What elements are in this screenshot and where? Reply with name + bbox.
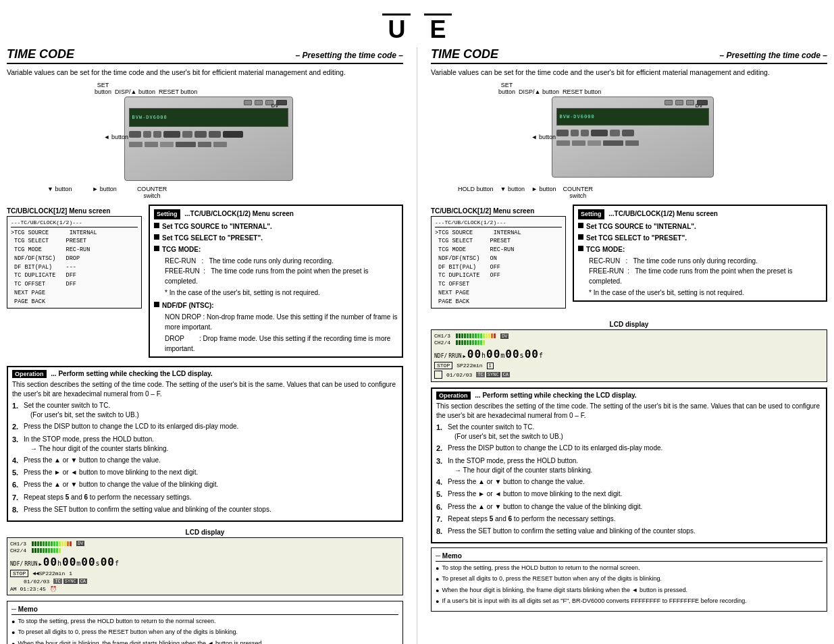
- bullet-1-r: [578, 223, 583, 228]
- btn1-l: [244, 100, 252, 105]
- right-ch13-bars: [456, 333, 496, 338]
- left-step-7: 7. Repeat steps 5 and 6 to perform the n…: [12, 493, 398, 503]
- right-setting-label: Setting: [578, 209, 604, 220]
- menu-row-5-r: DF BIT(PAL) OFF: [435, 263, 562, 272]
- step-text-5-r: Press the ► or ◄ button to move blinking…: [448, 489, 822, 499]
- right-memo-3: ● When the hour digit is blinking, the f…: [436, 586, 823, 596]
- left-counter-row: NDF/ RRUN ▶ 00h00m00s00f: [10, 556, 400, 568]
- step-text-8-r: Press the SET button to confirm the sett…: [448, 527, 822, 536]
- ctrl2-l: [143, 131, 151, 138]
- left-ca-badge: CA: [79, 579, 87, 584]
- left-memo-text-1: To stop the setting, press the HOLD butt…: [18, 617, 215, 626]
- right-free-run: FREE-RUN : The time code runs from the p…: [589, 266, 822, 286]
- dv-label-r: DV: [695, 103, 702, 109]
- right-memo-text-3: When the hour digit is blinking, the fra…: [442, 586, 687, 595]
- left-tc-badges: TC SYNC CA: [53, 579, 87, 584]
- left-tcg-mode: REC-RUN : The time code runs only during…: [154, 256, 398, 298]
- left-step-5: 5. Press the ► or ◄ button to move blink…: [12, 468, 398, 478]
- right-ndf-label: NDF/: [434, 353, 447, 359]
- right-step-6: 6. Press the ▲ or ▼ button to change the…: [436, 502, 822, 512]
- left-step-8: 8. Press the SET button to confirm the s…: [12, 505, 398, 515]
- step-num-3-r: 3.: [436, 456, 446, 466]
- b1-r: [556, 140, 570, 146]
- menu-row-9-r: PAGE BACK: [435, 298, 562, 306]
- left-intro: Variable values can be set for the time …: [7, 68, 403, 78]
- right-lcd-section: LCD display CH1/3: [431, 318, 827, 387]
- left-section-title: TIME CODE: [7, 47, 74, 61]
- right-set-item-1: Set TCG SOURCE to "INTERNAL".: [578, 221, 822, 232]
- right-step-8: 8. Press the SET button to confirm the s…: [436, 527, 822, 537]
- left-set-item-2: Set TCG SELECT to "PRESET".: [154, 233, 398, 243]
- left-drop: DROP : Drop frame mode. Use this setting…: [165, 333, 398, 354]
- hold-btn-label-r: HOLD button: [458, 186, 494, 199]
- menu-row-5-l: DF BIT(PAL) ---: [11, 263, 138, 272]
- menu-row-6-r: TC DUPLICATE OFF: [435, 271, 562, 280]
- right-setting-box: Setting ...TC/UB/CLOCK(1/2) Menu screen …: [573, 205, 827, 302]
- bullet-2-l: [154, 234, 159, 240]
- menu-row-4-r: NDF/DF(NTSC) ON: [435, 254, 562, 263]
- left-step-3: 3. In the STOP mode, press the HOLD butt…: [12, 435, 398, 454]
- right-step-2: 2. Press the DISP button to change the L…: [436, 444, 822, 454]
- menu-row-7-r: TC OFFSET: [435, 280, 562, 289]
- menu-row-2-l: TCG SELECT PRESET: [11, 237, 138, 246]
- bottom-labels-r: HOLD button ▼ button ► button COUNTERswi…: [431, 186, 827, 199]
- left-memo-1: ● To stop the setting, press the HOLD bu…: [11, 617, 398, 627]
- left-op-label: Operation: [12, 370, 47, 378]
- column-divider: [417, 47, 417, 644]
- right-set-text-2: Set TCG SELECT to "PRESET".: [586, 233, 687, 243]
- step-text-2-l: Press the DISP button to change the LCD …: [24, 422, 398, 431]
- right-sync-badge: SYNC: [486, 372, 500, 377]
- right-tc-badge: TC: [476, 372, 484, 377]
- left-rec-run: REC-RUN : The time code runs only during…: [165, 256, 398, 266]
- menu-row-9-l: PAGE BACK: [11, 298, 138, 306]
- left-ndf-label: NDF/: [10, 561, 23, 567]
- bullet-3-r: [578, 246, 583, 251]
- main-content: TIME CODE – Presetting the time code – V…: [7, 47, 827, 644]
- right-sp-label: SP222min: [457, 363, 482, 369]
- ctrl3-l: [153, 131, 161, 138]
- right-step-5: 5. Press the ► or ◄ button to move blink…: [436, 489, 822, 500]
- left-op-title: ... Perform setting while checking the L…: [51, 370, 212, 377]
- right-op-label: Operation: [436, 392, 471, 400]
- left-memo-text-3: When the hour digit is blinking, the fra…: [18, 639, 263, 644]
- right-memo-text-1: To stop the setting, press the HOLD butt…: [442, 564, 640, 573]
- left-step-4: 4. Press the ▲ or ▼ button to change the…: [12, 456, 398, 466]
- set-button-label-l: SETbutton: [95, 82, 111, 95]
- left-column: TIME CODE – Presetting the time code – V…: [7, 47, 403, 644]
- step-text-6-l: Press the ▲ or ▼ button to change the va…: [24, 480, 398, 489]
- left-setting-title: ...TC/UB/CLOCK(1/2) Menu screen: [184, 210, 294, 217]
- right-ch24-row: CH2/4: [434, 340, 824, 346]
- left-operation-box: Operation ... Perform setting while chec…: [7, 366, 403, 521]
- right-step-3: 3. In the STOP mode, press the HOLD butt…: [436, 456, 822, 475]
- down-btn-label-l: ▼ button: [47, 186, 72, 199]
- ctrl5-l: [182, 131, 192, 138]
- left-setting-label: Setting: [154, 209, 180, 220]
- left-ndf-content: NON DROP : Non-drop frame mode. Use this…: [154, 312, 398, 354]
- bullet-2-r: [578, 234, 583, 240]
- memo-bullet-1-l: ●: [11, 618, 15, 627]
- left-ndf-title: NDF/DF (NTSC):: [162, 300, 214, 311]
- header: U E: [7, 7, 827, 47]
- controls-r: [552, 127, 713, 139]
- screen-l: BVW-DV6000: [129, 108, 288, 127]
- counter-switch-label-l: COUNTERswitch: [137, 186, 167, 199]
- right-counter-display: 00h00m00s00f: [467, 348, 544, 360]
- left-section-subtitle: – Presetting the time code –: [296, 51, 403, 60]
- step-num-7-l: 7.: [12, 493, 22, 503]
- right-lcd-box: CH1/3: [431, 329, 827, 382]
- left-menu-box: ---TC/UB/CLOCK(1/2)--- >TCG SOURCE INTER…: [7, 216, 142, 309]
- menu-row-1-l: >TCG SOURCE INTERNAL: [11, 229, 138, 238]
- right-memo-box: ─ Memo ● To stop the setting, press the …: [431, 547, 827, 612]
- right-diagram-area: SETbutton DISP/▲ button RESET button B: [431, 82, 827, 199]
- left-menu-title: ---TC/UB/CLOCK(1/2)---: [11, 219, 138, 227]
- left-rec-indicator: ▶: [39, 562, 42, 567]
- left-step-1: 1. Set the counter switch to TC.(For use…: [12, 401, 398, 420]
- top-btns-l: [125, 97, 292, 107]
- right-memo-1: ● To stop the setting, press the HOLD bu…: [436, 564, 823, 574]
- left-date: 01/02/03: [24, 579, 49, 585]
- disp-button-label-l: DISP/▲ button: [115, 88, 155, 95]
- left-lcd-box: CH1/3: [7, 537, 403, 595]
- ctrl7-l: [209, 131, 221, 138]
- step-num-2-l: 2.: [12, 422, 22, 432]
- step-num-4-r: 4.: [436, 477, 446, 487]
